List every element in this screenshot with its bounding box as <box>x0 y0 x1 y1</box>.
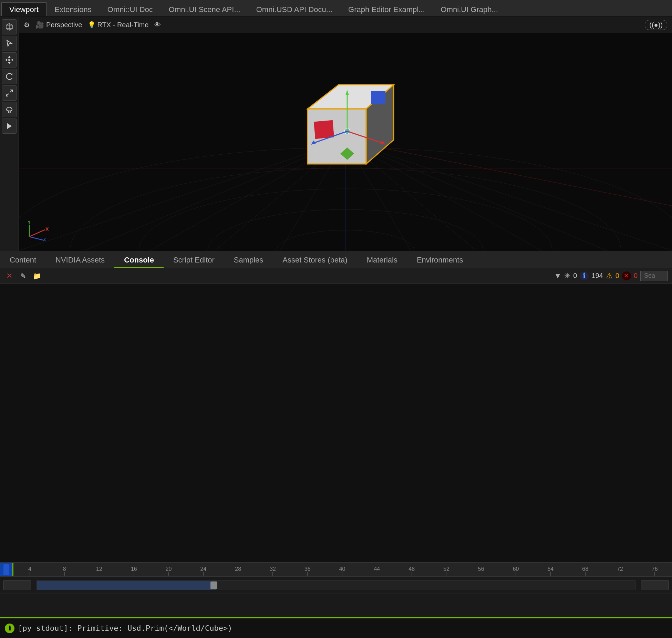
eye-button[interactable]: 👁 <box>154 21 161 29</box>
console-filter-area: ▼ ✳ 0 ℹ 194 ⚠ 0 ✕ 0 <box>554 271 668 281</box>
timeline-tick: 40 <box>325 566 360 576</box>
rtx-icon: 💡 <box>88 21 95 29</box>
tab-omni-usd-api[interactable]: Omni.USD API Docu... <box>248 2 340 16</box>
bottom-tab-bar: Content NVIDIA Assets Console Script Edi… <box>0 251 672 268</box>
status-text: [py stdout]: Primitive: Usd.Prim(</World… <box>18 624 232 632</box>
main-layout: ⚙ 🎥 Perspective 💡 RTX - Real-Time 👁 ((●)… <box>0 17 672 638</box>
tab-omni-ui-scene[interactable]: Omni.UI Scene API... <box>161 2 248 16</box>
info-count: 194 <box>591 272 603 280</box>
timeline-tick: 68 <box>568 566 603 576</box>
timeline-tick: 44 <box>360 566 394 576</box>
tab-asset-stores[interactable]: Asset Stores (beta) <box>273 253 357 268</box>
timeline-tick: 24 <box>186 566 221 576</box>
select-tool-btn[interactable] <box>2 36 17 51</box>
timeline-tick: 16 <box>116 566 151 576</box>
perspective-label: Perspective <box>46 21 82 29</box>
axis-labels: Y Z X <box>26 221 50 244</box>
timeline-tick: 20 <box>151 566 186 576</box>
timeline-tick: 32 <box>256 566 290 576</box>
timeline-ruler: 481216202428323640444852566064687276 <box>0 563 672 577</box>
asterisk-icon: ✳ <box>564 271 570 280</box>
svg-line-9 <box>6 94 9 96</box>
svg-text:Y: Y <box>28 221 31 225</box>
tab-script-editor[interactable]: Script Editor <box>164 253 224 268</box>
timeline-section: 481216202428323640444852566064687276 0 0 <box>0 562 672 617</box>
timeline-tick: 36 <box>290 566 325 576</box>
svg-rect-39 <box>371 91 385 104</box>
timeline-thumb[interactable] <box>210 582 217 589</box>
warn-count: 0 <box>616 272 619 280</box>
svg-line-52 <box>29 230 45 237</box>
timeline-tick: 48 <box>394 566 429 576</box>
svg-text:X: X <box>45 226 49 232</box>
timeline-tick: 4 <box>12 566 47 576</box>
tab-viewport[interactable]: Viewport <box>1 2 46 16</box>
tab-console[interactable]: Console <box>114 253 164 268</box>
tab-nvidia-assets[interactable]: NVIDIA Assets <box>46 253 114 268</box>
tab-content[interactable]: Content <box>0 253 46 268</box>
timeline-tick: 76 <box>637 566 672 576</box>
start-frame-input[interactable]: 0 <box>3 580 31 590</box>
timeline-tick: 56 <box>464 566 498 576</box>
info-icon: ℹ <box>580 271 589 280</box>
play-tool-btn[interactable] <box>2 119 17 134</box>
svg-marker-11 <box>7 123 12 129</box>
error-count: 0 <box>634 272 638 280</box>
timeline-track: 0 0 <box>0 577 672 594</box>
scale-tool-btn[interactable] <box>2 85 17 101</box>
camera-icon: 🎥 <box>35 21 44 29</box>
camera-button[interactable]: 🎥 Perspective <box>35 21 82 29</box>
status-bar: ℹ [py stdout]: Primitive: Usd.Prim(</Wor… <box>0 617 672 638</box>
clear-errors-btn[interactable]: ✕ <box>4 271 14 281</box>
timeline-tick: 72 <box>603 566 638 576</box>
tab-graph-editor[interactable]: Graph Editor Exampl... <box>340 2 433 16</box>
filter-icon[interactable]: ▼ <box>554 271 561 280</box>
viewport[interactable]: ⚙ 🎥 Perspective 💡 RTX - Real-Time 👁 ((●)… <box>19 17 672 251</box>
rtx-button[interactable]: 💡 RTX - Real-Time <box>88 21 149 29</box>
edit-btn[interactable]: ✎ <box>18 271 28 281</box>
tab-omni-ui-graph[interactable]: Omni.UI Graph... <box>433 2 506 16</box>
svg-rect-38 <box>314 120 334 139</box>
tab-bar: Viewport Extensions Omni::UI Doc Omni.UI… <box>0 0 672 17</box>
record-badge[interactable]: ((●)) <box>645 20 667 30</box>
rotate-tool-btn[interactable] <box>2 69 17 84</box>
svg-line-8 <box>10 90 12 92</box>
left-toolbar <box>0 17 19 251</box>
rtx-label: RTX - Real-Time <box>97 21 149 29</box>
tab-extensions[interactable]: Extensions <box>46 2 100 16</box>
timeline-tick: 12 <box>82 566 117 576</box>
timeline-tick: 28 <box>221 566 256 576</box>
timeline-tick: 8 <box>47 566 82 576</box>
search-input[interactable] <box>640 271 668 281</box>
eye-icon: 👁 <box>154 21 161 29</box>
svg-line-50 <box>29 237 43 240</box>
tab-environments[interactable]: Environments <box>407 253 473 268</box>
status-info-icon: ℹ <box>5 624 14 633</box>
snap-tool-btn[interactable] <box>2 102 17 117</box>
svg-text:Z: Z <box>43 237 46 242</box>
console-toolbar: ✕ ✎ 📁 ▼ ✳ 0 ℹ 194 ⚠ 0 ✕ 0 <box>0 268 672 284</box>
cube-icon-btn[interactable] <box>2 19 17 34</box>
svg-point-3 <box>9 59 10 61</box>
end-frame-input[interactable]: 0 <box>641 580 669 590</box>
tab-samples[interactable]: Samples <box>224 253 273 268</box>
viewport-topbar: ⚙ 🎥 Perspective 💡 RTX - Real-Time 👁 ((●)… <box>19 17 672 33</box>
timeline-tick: 60 <box>498 566 533 576</box>
settings-button[interactable]: ⚙ <box>24 21 30 29</box>
asterisk-count: 0 <box>573 272 577 280</box>
error-icon: ✕ <box>622 271 631 280</box>
viewport-section: ⚙ 🎥 Perspective 💡 RTX - Real-Time 👁 ((●)… <box>0 17 672 251</box>
gear-icon: ⚙ <box>24 21 30 29</box>
move-tool-btn[interactable] <box>2 52 17 68</box>
tab-omni-ui-doc[interactable]: Omni::UI Doc <box>100 2 161 16</box>
warn-icon: ⚠ <box>606 271 613 280</box>
3d-cube <box>287 68 404 179</box>
timeline-tick: 52 <box>429 566 464 576</box>
console-content-area <box>0 284 672 562</box>
timeline-tick: 64 <box>533 566 568 576</box>
tab-materials[interactable]: Materials <box>357 253 407 268</box>
folder-btn[interactable]: 📁 <box>32 271 42 281</box>
